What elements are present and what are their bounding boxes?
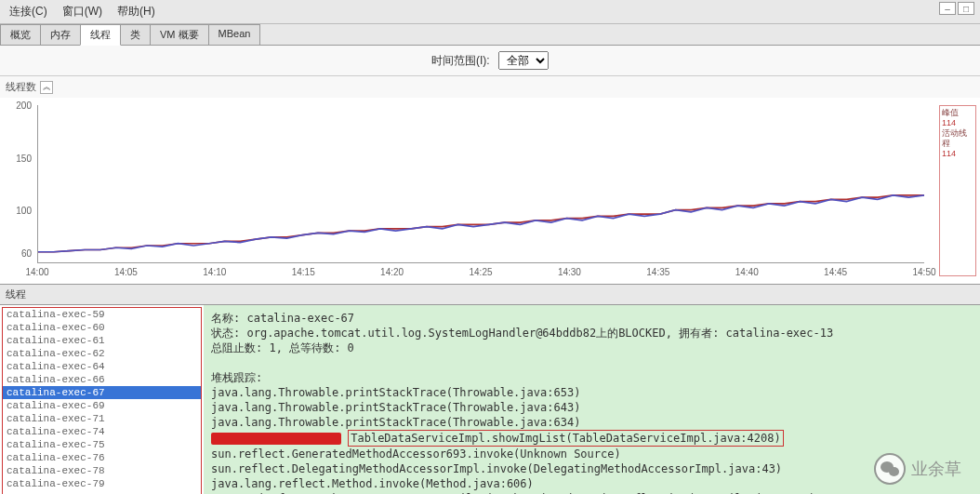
- detail-state-label: 状态:: [211, 327, 240, 340]
- redacted-icon: [211, 433, 341, 445]
- x-tick: 14:30: [558, 267, 581, 277]
- tab-bar: 概览 内存 线程 类 VM 概要 MBean: [0, 24, 980, 46]
- detail-name-label: 名称:: [211, 312, 240, 325]
- thread-count-header: 线程数 ︽: [0, 76, 980, 98]
- tab-memory[interactable]: 内存: [40, 24, 81, 45]
- y-tick: 150: [16, 153, 32, 163]
- x-tick: 14:40: [735, 267, 759, 277]
- menu-connect[interactable]: 连接(C): [4, 2, 53, 21]
- detail-state-value: org.apache.tomcat.util.log.SystemLogHand…: [246, 327, 833, 340]
- menu-help[interactable]: 帮助(H): [112, 2, 161, 21]
- tab-threads[interactable]: 线程: [80, 24, 121, 46]
- list-item[interactable]: catalina-exec-62: [3, 347, 201, 360]
- list-item[interactable]: catalina-exec-60: [3, 321, 201, 334]
- list-item[interactable]: catalina-exec-78: [3, 464, 201, 477]
- list-item[interactable]: catalina-exec-61: [3, 334, 201, 347]
- thread-chart: 60100150200 14:0014:0514:1014:1514:2014:…: [0, 98, 980, 284]
- list-item[interactable]: catalina-exec-75: [3, 438, 201, 451]
- chart-series: [38, 195, 924, 252]
- x-tick: 14:00: [25, 267, 48, 277]
- list-item[interactable]: catalina-exec-64: [3, 360, 201, 373]
- stack-frame: java.lang.reflect.Method.invoke(Method.j…: [211, 476, 973, 491]
- detail-block-value: 1, 总等待数: 0: [269, 341, 353, 354]
- x-tick: 14:35: [646, 267, 669, 277]
- menu-bar: 连接(C) 窗口(W) 帮助(H) – □: [0, 0, 980, 24]
- time-range-label: 时间范围(I):: [431, 54, 490, 67]
- x-tick: 14:50: [912, 267, 935, 277]
- detail-block-label: 总阻止数:: [211, 341, 262, 354]
- tab-vm-summary[interactable]: VM 概要: [150, 24, 209, 45]
- legend-peak-label: 峰值: [942, 108, 973, 118]
- legend-live-value: 114: [942, 149, 973, 159]
- thread-list[interactable]: catalina-exec-59catalina-exec-60catalina…: [2, 307, 202, 494]
- time-range-row: 时间范围(I): 全部: [0, 46, 980, 76]
- wechat-icon: [874, 453, 906, 485]
- collapse-toggle-icon[interactable]: ︽: [40, 81, 53, 94]
- tab-classes[interactable]: 类: [120, 24, 151, 45]
- legend-live-label: 活动线程: [942, 128, 973, 149]
- tab-mbean[interactable]: MBean: [208, 24, 261, 45]
- list-item[interactable]: catalina-exec-59: [3, 308, 201, 321]
- highlighted-frame: TableDataServiceImpl.showImgList(TableDa…: [348, 430, 783, 447]
- x-tick: 14:45: [824, 267, 847, 277]
- watermark-text: 业余草: [911, 458, 961, 480]
- stack-frame: java.lang.Throwable.printStackTrace(Thro…: [211, 400, 973, 415]
- list-item[interactable]: catalina-exec-69: [3, 399, 201, 412]
- stack-frame: java.lang.Throwable.printStackTrace(Thro…: [211, 415, 973, 430]
- x-tick: 14:10: [203, 267, 226, 277]
- legend-peak-value: 114: [942, 118, 973, 128]
- thread-count-label: 线程数: [6, 80, 36, 94]
- y-tick: 100: [16, 206, 32, 216]
- x-tick: 14:20: [380, 267, 404, 277]
- time-range-select[interactable]: 全部: [498, 51, 549, 70]
- thread-detail-split: catalina-exec-59catalina-exec-60catalina…: [0, 305, 980, 494]
- menu-window[interactable]: 窗口(W): [57, 2, 108, 21]
- chart-legend: 峰值 114 活动线程 114: [939, 105, 976, 276]
- list-item[interactable]: catalina-exec-79: [3, 477, 201, 490]
- x-tick: 14:15: [292, 267, 315, 277]
- window-controls: – □: [939, 2, 974, 15]
- watermark: 业余草: [874, 453, 961, 485]
- stack-frame: sun.reflect.DelegatingMethodAccessorImpl…: [211, 461, 973, 476]
- thread-detail-pane: 名称: catalina-exec-67 状态: org.apache.tomc…: [204, 305, 980, 494]
- stack-trace-label: 堆栈跟踪:: [211, 370, 973, 385]
- list-item[interactable]: catalina-exec-76: [3, 451, 201, 464]
- x-tick: 14:25: [469, 267, 492, 277]
- list-item[interactable]: catalina-exec-74: [3, 425, 201, 438]
- list-item[interactable]: catalina-exec-67: [3, 386, 201, 399]
- stack-frame: sun.reflect.GeneratedMethodAccessor693.i…: [211, 447, 973, 461]
- list-item[interactable]: catalina-exec-71: [3, 412, 201, 425]
- minimize-button[interactable]: –: [939, 2, 956, 15]
- detail-name-value: catalina-exec-67: [246, 312, 354, 325]
- tab-overview[interactable]: 概览: [0, 24, 41, 45]
- x-tick: 14:05: [114, 267, 138, 277]
- threads-section-title: 线程: [0, 284, 980, 305]
- list-item[interactable]: catalina-exec-66: [3, 373, 201, 386]
- y-tick: 200: [16, 100, 32, 111]
- stack-frame: java.lang.Throwable.printStackTrace(Thro…: [211, 385, 973, 400]
- maximize-button[interactable]: □: [958, 2, 974, 15]
- y-tick: 60: [21, 247, 32, 258]
